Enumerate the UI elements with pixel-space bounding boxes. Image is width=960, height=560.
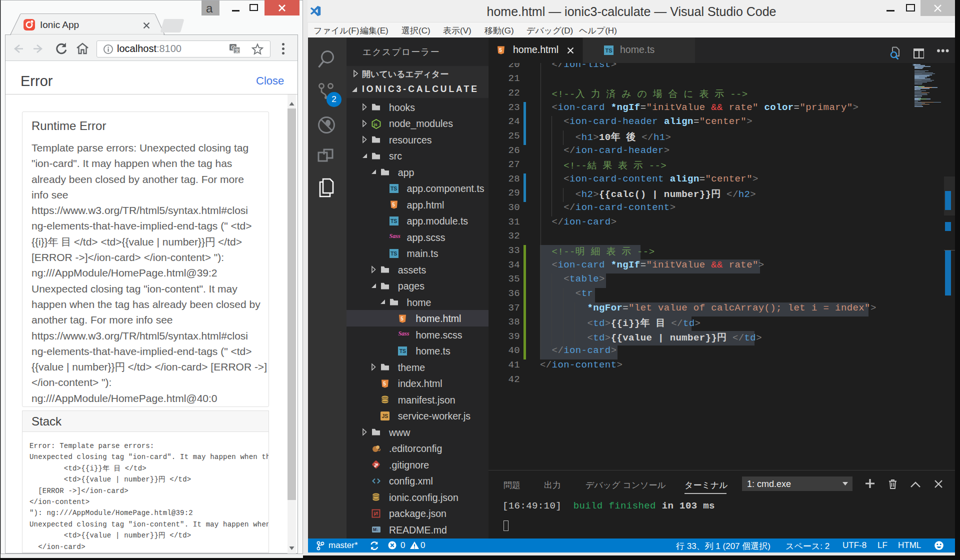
svg-text:M↓: M↓ [373,527,378,532]
svg-text:js: js [373,122,378,126]
svg-text:5: 5 [401,316,404,321]
svg-text:文: 文 [235,48,240,54]
svg-text:5: 5 [383,380,386,386]
svg-text:5: 5 [499,48,502,53]
svg-text:5: 5 [392,202,395,208]
